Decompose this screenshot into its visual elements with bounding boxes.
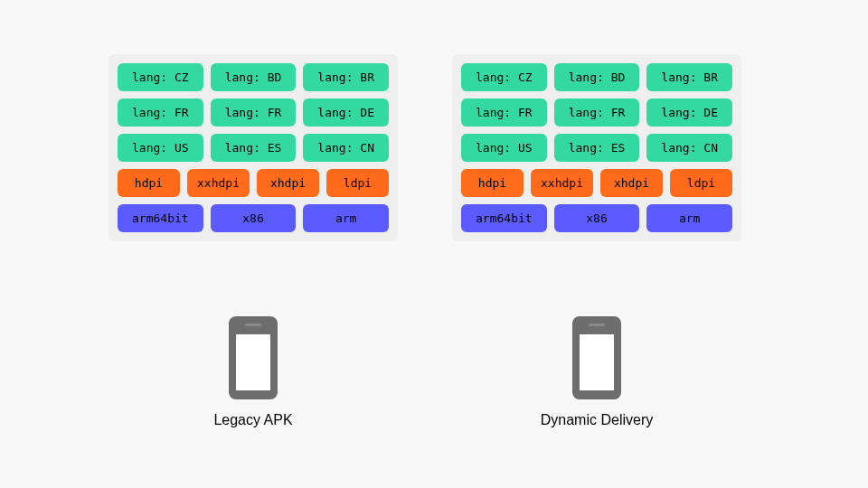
phone-screen <box>236 334 270 390</box>
abi-chip: x86 <box>211 204 297 232</box>
abi-chip: arm64bit <box>118 204 203 232</box>
dpi-chip: hdpi <box>461 169 524 197</box>
phone-icon <box>572 316 621 399</box>
lang-chip: lang: CZ <box>461 63 547 91</box>
lang-chip: lang: FR <box>118 99 203 127</box>
abi-chip: x86 <box>554 204 640 232</box>
right-device-group: Dynamic Delivery <box>452 316 741 428</box>
left-caption: Legacy APK <box>213 412 292 428</box>
phone-icon <box>229 316 278 399</box>
abi-chip: arm <box>646 204 732 232</box>
diagram-stage: lang: CZ lang: BD lang: BR lang: FR lang… <box>0 0 868 488</box>
phone-screen <box>580 334 614 390</box>
left-column: lang: CZ lang: BD lang: BR lang: FR lang… <box>108 54 398 241</box>
lang-chip: lang: CN <box>646 134 732 162</box>
lang-chip: lang: US <box>461 134 547 162</box>
dpi-chip: ldpi <box>326 169 389 197</box>
dpi-chip: hdpi <box>118 169 180 197</box>
lang-chip: lang: CZ <box>118 63 203 91</box>
right-caption: Dynamic Delivery <box>541 412 653 428</box>
lang-chip: lang: BD <box>211 63 297 91</box>
lang-chip: lang: DE <box>646 99 732 127</box>
dpi-chip: xxhdpi <box>531 169 593 197</box>
lang-chip: lang: CN <box>303 134 389 162</box>
dpi-chip: ldpi <box>670 169 732 197</box>
lang-chip: lang: BR <box>646 63 732 91</box>
lang-chip: lang: BD <box>554 63 640 91</box>
right-column: lang: CZ lang: BD lang: BR lang: FR lang… <box>452 54 741 241</box>
lang-chip: lang: BR <box>303 63 389 91</box>
lang-chip: lang: FR <box>554 99 640 127</box>
left-bundle-panel: lang: CZ lang: BD lang: BR lang: FR lang… <box>108 54 398 241</box>
lang-chip: lang: FR <box>461 99 547 127</box>
dpi-chip: xxhdpi <box>187 169 250 197</box>
abi-chip: arm <box>303 204 389 232</box>
right-bundle-panel: lang: CZ lang: BD lang: BR lang: FR lang… <box>452 54 741 241</box>
lang-chip: lang: ES <box>554 134 640 162</box>
left-device-group: Legacy APK <box>108 316 398 428</box>
lang-chip: lang: US <box>118 134 203 162</box>
lang-chip: lang: ES <box>211 134 297 162</box>
abi-chip: arm64bit <box>461 204 547 232</box>
lang-chip: lang: FR <box>211 99 297 127</box>
dpi-chip: xhdpi <box>257 169 319 197</box>
lang-chip: lang: DE <box>303 99 389 127</box>
dpi-chip: xhdpi <box>600 169 663 197</box>
